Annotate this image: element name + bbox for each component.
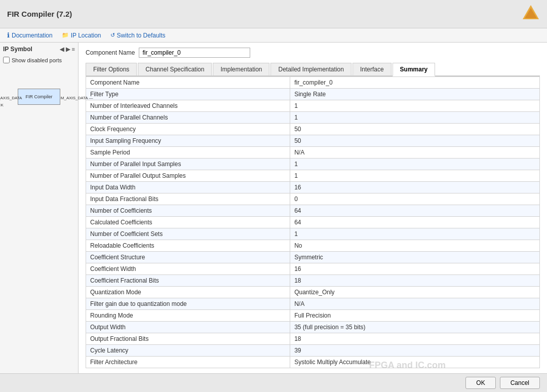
tabs-bar: Filter Options Channel Specification Imp…: [86, 63, 540, 76]
info-icon: ℹ: [7, 31, 10, 39]
folder-icon: 📁: [62, 32, 69, 38]
property-cell: Output Width: [86, 322, 290, 333]
table-row: Number of Parallel Input Samples1: [86, 159, 540, 170]
value-cell: No: [290, 240, 540, 252]
refresh-icon: ↺: [110, 32, 115, 38]
sidebar-header: IP Symbol ◀ ▶ ≡: [3, 46, 75, 53]
property-cell: Coefficient Structure: [86, 252, 290, 263]
table-row: Number of Coefficients64: [86, 205, 540, 217]
right-ports: M_AXIS_DATA —: [61, 96, 93, 100]
property-cell: Output Fractional Bits: [86, 333, 290, 345]
menu-icon[interactable]: ≡: [72, 46, 75, 53]
value-cell: 1: [290, 112, 540, 124]
show-ports-checkbox[interactable]: [3, 57, 10, 63]
value-cell: 1: [290, 170, 540, 182]
value-cell: N/A: [290, 298, 540, 310]
property-cell: Input Sampling Frequency: [86, 135, 290, 147]
table-row: Reloadable CoefficientsNo: [86, 240, 540, 252]
property-cell: Filter Architecture: [86, 357, 290, 368]
property-cell: Clock Frequency: [86, 124, 290, 135]
table-row: Clock Frequency50: [86, 124, 540, 135]
table-row: Filter TypeSingle Rate: [86, 89, 540, 100]
value-cell: 50: [290, 135, 540, 147]
value-cell: 16: [290, 182, 540, 193]
property-cell: Calculated Coefficients: [86, 217, 290, 228]
value-cell: 0: [290, 193, 540, 205]
ip-symbol-wrapper: — S_AXIS_DATA — ACK FIR Compiler M_AXIS_…: [18, 89, 60, 105]
property-cell: Number of Parallel Output Samples: [86, 170, 290, 182]
ok-button[interactable]: OK: [465, 377, 495, 389]
table-row: Number of Coefficient Sets1: [86, 228, 540, 240]
value-cell: fir_compiler_0: [290, 77, 540, 89]
ip-symbol-container: — S_AXIS_DATA — ACK FIR Compiler M_AXIS_…: [3, 89, 75, 105]
tab-interface[interactable]: Interface: [353, 63, 392, 75]
value-cell: 1: [290, 100, 540, 112]
tab-implementation[interactable]: Implementation: [213, 63, 269, 75]
table-row: Filter ArchitectureSystolic Multiply Acc…: [86, 357, 540, 368]
s-axis-data-port: — S_AXIS_DATA: [0, 96, 22, 101]
component-name-input[interactable]: [139, 48, 250, 58]
component-name-row: Component Name: [86, 48, 540, 58]
value-cell: 18: [290, 333, 540, 345]
altera-logo: [522, 4, 540, 24]
value-cell: 1: [290, 159, 540, 170]
ip-location-label: IP Location: [71, 32, 101, 39]
property-cell: Reloadable Coefficients: [86, 240, 290, 252]
property-cell: Filter gain due to quantization mode: [86, 298, 290, 310]
show-ports-label: Show disabled ports: [12, 57, 62, 63]
ip-location-link[interactable]: 📁 IP Location: [62, 32, 101, 39]
value-cell: 35 (full precision = 35 bits): [290, 322, 540, 333]
tab-channel-spec[interactable]: Channel Specification: [138, 63, 212, 75]
bottom-bar: OK Cancel: [0, 373, 547, 392]
table-row: Input Data Fractional Bits0: [86, 193, 540, 205]
value-cell: 50: [290, 124, 540, 135]
value-cell: Symmetric: [290, 252, 540, 263]
table-row: Output Fractional Bits18: [86, 333, 540, 345]
value-cell: N/A: [290, 147, 540, 159]
table-row: Sample PeriodN/A: [86, 147, 540, 159]
value-cell: 64: [290, 205, 540, 217]
switch-defaults-link[interactable]: ↺ Switch to Defaults: [110, 32, 166, 39]
table-row: Cycle Latency39: [86, 345, 540, 357]
value-cell: 18: [290, 275, 540, 287]
table-row: Number of Interleaved Channels1: [86, 100, 540, 112]
tab-filter-options[interactable]: Filter Options: [86, 63, 137, 75]
property-cell: Cycle Latency: [86, 345, 290, 357]
value-cell: 1: [290, 228, 540, 240]
table-row: Component Namefir_compiler_0: [86, 77, 540, 89]
toolbar: ℹ Documentation 📁 IP Location ↺ Switch t…: [0, 28, 547, 43]
table-row: Number of Parallel Output Samples1: [86, 170, 540, 182]
property-cell: Component Name: [86, 77, 290, 89]
ack-port: — ACK: [0, 103, 22, 108]
property-cell: Number of Parallel Input Samples: [86, 159, 290, 170]
property-cell: Sample Period: [86, 147, 290, 159]
value-cell: Systolic Multiply Accumulate: [290, 357, 540, 368]
app-title: FIR Compiler (7.2): [7, 10, 72, 18]
m-axis-data-port: M_AXIS_DATA —: [61, 96, 93, 100]
sidebar-icon-controls: ◀ ▶ ≡: [60, 46, 75, 53]
property-cell: Filter Type: [86, 89, 290, 100]
value-cell: 16: [290, 263, 540, 275]
documentation-label: Documentation: [12, 32, 53, 39]
chevron-right-icon[interactable]: ▶: [66, 46, 70, 53]
table-row: Coefficient Width16: [86, 263, 540, 275]
title-bar: FIR Compiler (7.2): [0, 0, 547, 28]
value-cell: 64: [290, 217, 540, 228]
table-row: Rounding ModeFull Precision: [86, 310, 540, 322]
property-cell: Input Data Fractional Bits: [86, 193, 290, 205]
tab-summary[interactable]: Summary: [393, 63, 436, 76]
documentation-link[interactable]: ℹ Documentation: [7, 31, 53, 39]
property-cell: Number of Coefficients: [86, 205, 290, 217]
table-row: Calculated Coefficients64: [86, 217, 540, 228]
table-row: Coefficient StructureSymmetric: [86, 252, 540, 263]
show-ports-row: Show disabled ports: [3, 57, 75, 63]
tab-detailed-impl[interactable]: Detailed Implementation: [270, 63, 351, 75]
cancel-button[interactable]: Cancel: [500, 377, 540, 389]
value-cell: Quantize_Only: [290, 287, 540, 298]
value-cell: Single Rate: [290, 89, 540, 100]
property-cell: Number of Coefficient Sets: [86, 228, 290, 240]
main-area: IP Symbol ◀ ▶ ≡ Show disabled ports — S_…: [0, 43, 547, 389]
content-area: Component Name Filter Options Channel Sp…: [79, 43, 547, 389]
chevron-left-icon[interactable]: ◀: [60, 46, 64, 53]
table-row: Output Width35 (full precision = 35 bits…: [86, 322, 540, 333]
